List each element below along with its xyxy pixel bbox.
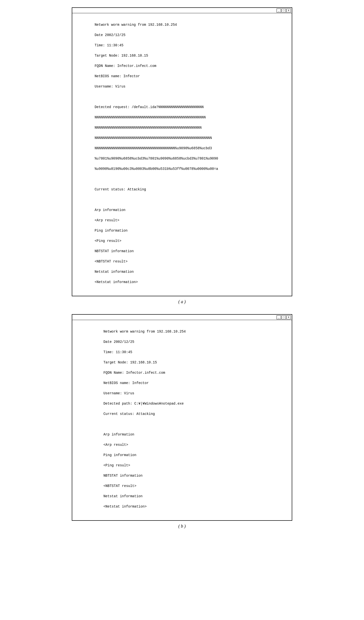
line-a21: Ping information — [94, 229, 127, 232]
line-b14: <Ping result> — [103, 464, 130, 467]
line-b16: <NBTSTAT result> — [103, 484, 136, 488]
line-a13: NNNNNNNNNNNNNNNNNNNNNNNNNNNNNNNNNNNNNNN%… — [94, 146, 212, 150]
line-a12: NNNNNNNNNNNNNNNNNNNNNNNNNNNNNNNNNNNNNNNN… — [94, 136, 212, 140]
line-b1: Network worm warning from 192.168.10.254 — [103, 330, 186, 334]
line-a17: Current status: Attacking — [94, 187, 146, 191]
maximize-button-a[interactable]: □ — [281, 9, 286, 13]
line-a25: Netstat information — [94, 270, 134, 274]
line-a11: NNNNNNNNNNNNNNNNNNNNNNNNNNNNNNNNNNNNNNNN… — [94, 126, 202, 130]
line-a15: %u9090%u8190%u00c3%u0003%u8b00%u531b%u53… — [94, 167, 218, 171]
line-b7: Username: Virus — [103, 391, 134, 395]
line-a10: NNNNNNNNNNNNNNNNNNNNNNNNNNNNNNNNNNNNNNNN… — [94, 115, 206, 119]
line-b3: Time: 11:30:45 — [103, 350, 132, 354]
panel-a-container: _ □ X Network worm warning from 192.168.… — [5, 7, 359, 304]
line-b12: <Arp result> — [103, 443, 128, 447]
minimize-button-a[interactable]: _ — [276, 9, 281, 13]
line-b4: Target Node: 192.168.10.15 — [103, 360, 157, 364]
line-a3: Time: 11:30:45 — [94, 43, 123, 47]
line-a9: Detected request: /default.ida?NNNNNNNNN… — [94, 105, 204, 109]
line-b8: Detected path: C:¥|¥Windows¥notepad.exe — [103, 402, 184, 405]
line-b15: NBTSTAT information — [103, 474, 143, 478]
line-a5: FQDN Name: Infector.infect.com — [94, 64, 156, 68]
line-a23: NBTSTAT information — [94, 249, 134, 253]
panel-b-container: _ □ X Network worm warning from 192.168.… — [5, 314, 359, 529]
line-b18: <Netstat information> — [103, 505, 147, 509]
line-a1: Network worm warning from 192.168.10.254 — [94, 23, 177, 27]
line-b9: Current status: Attacking — [103, 412, 155, 416]
line-a19: Arp information — [94, 208, 125, 212]
line-a4: Target Node: 192.168.10.15 — [94, 54, 148, 58]
page-wrapper: _ □ X Network worm warning from 192.168.… — [5, 5, 359, 529]
close-button-a[interactable]: X — [286, 9, 291, 13]
panel-b-content: Network worm warning from 192.168.10.254… — [72, 320, 292, 520]
line-a22: <Ping result> — [94, 239, 121, 243]
caption-a: ( a ) — [178, 299, 186, 304]
close-button-b[interactable]: X — [286, 315, 291, 319]
maximize-button-b[interactable]: □ — [281, 315, 286, 319]
line-a20: <Arp result> — [94, 218, 119, 222]
line-b6: NetBIOS name: Infector — [103, 381, 149, 385]
line-b11: Arp information — [103, 433, 134, 436]
line-a26: <Netstat information> — [94, 280, 138, 284]
line-b13: Ping information — [103, 453, 136, 457]
line-b2: Date 2002/12/25 — [103, 340, 134, 344]
line-a14: %u7801%u9090%u6858%ucbd3%u7801%u9090%u68… — [94, 156, 218, 160]
title-bar-a: _ □ X — [72, 8, 292, 13]
caption-b: ( b ) — [178, 524, 186, 529]
title-bar-b: _ □ X — [72, 315, 292, 320]
line-a7: Username: Virus — [94, 85, 125, 89]
minimize-button-b[interactable]: _ — [276, 315, 281, 319]
panel-a-window: _ □ X Network worm warning from 192.168.… — [72, 7, 292, 296]
line-a24: <NBTSTAT result> — [94, 260, 127, 264]
panel-b-window: _ □ X Network worm warning from 192.168.… — [72, 314, 292, 521]
line-b5: FQDN Name: Infector.infect.com — [103, 371, 165, 375]
line-a2: Date 2002/12/25 — [94, 33, 125, 37]
line-a6: NetBIOS name: Infector — [94, 74, 140, 78]
panel-a-content: Network worm warning from 192.168.10.254… — [72, 13, 292, 296]
line-b17: Netstat information — [103, 494, 143, 498]
